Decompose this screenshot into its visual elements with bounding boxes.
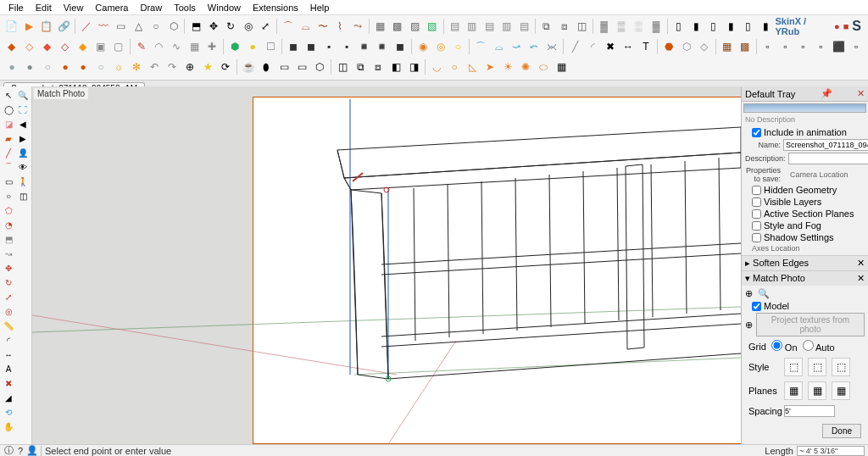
last-icon[interactable]: ▦ — [553, 58, 570, 75]
zigzag-icon[interactable]: ⩙ — [543, 38, 560, 55]
next-icon[interactable]: ▶ — [16, 131, 30, 145]
grid-auto-radio[interactable] — [803, 340, 814, 351]
menu-camera[interactable]: Camera — [90, 2, 133, 14]
stairs-5-icon[interactable]: ▤ — [516, 18, 533, 35]
3d-cube-3-icon[interactable]: ◇ — [696, 38, 713, 55]
hatch-2-icon[interactable]: ▒ — [613, 18, 630, 35]
scene-name-input[interactable] — [783, 139, 868, 151]
line-tool-icon[interactable]: ╱ — [2, 146, 15, 159]
record-icon[interactable]: ● — [834, 21, 840, 31]
bend-3-icon[interactable]: ⤻ — [508, 38, 525, 55]
look-icon[interactable]: 👁 — [16, 160, 30, 174]
menu-draw[interactable]: Draw — [135, 2, 167, 14]
ungroup-icon[interactable]: ▢ — [110, 38, 127, 55]
section-3-icon[interactable]: ◫ — [573, 18, 590, 35]
arrow-icon[interactable]: ➤ — [481, 58, 498, 75]
bend-2-icon[interactable]: ⌓ — [490, 38, 507, 55]
triangle-icon[interactable]: △ — [131, 18, 147, 35]
component-2-icon[interactable]: ▩ — [389, 18, 406, 35]
3d-cube-2-icon[interactable]: ⬡ — [678, 38, 695, 55]
model-checkbox[interactable] — [752, 302, 761, 311]
arc-tool-icon[interactable]: ⌒ — [2, 160, 15, 174]
shape-icon[interactable]: ◡ — [428, 58, 445, 75]
freehand-icon[interactable]: 〰 — [96, 18, 113, 35]
sec-plane-4-icon[interactable]: ◧ — [387, 58, 404, 75]
section-2-icon[interactable]: ⧈ — [556, 18, 573, 35]
rot-left-icon[interactable]: ↶ — [146, 58, 163, 75]
grid-icon[interactable]: ▦ — [186, 38, 203, 55]
box-icon[interactable]: ☐ — [262, 38, 279, 55]
curve-tool-3-icon[interactable]: 〜 — [314, 18, 331, 35]
sm-btn-icon[interactable]: ▫ — [760, 38, 776, 55]
sm-btn-6-icon[interactable]: ▫ — [848, 38, 865, 55]
bezier-icon[interactable]: ∿ — [168, 38, 185, 55]
sun-path-icon[interactable]: ☀ — [499, 58, 516, 75]
match-photo-header[interactable]: ▾ Match Photo✕ — [742, 271, 868, 286]
polygon-icon[interactable]: ⬡ — [165, 18, 182, 35]
teapot-icon[interactable]: ☕ — [240, 58, 257, 75]
cog-icon[interactable]: ☼ — [110, 58, 127, 75]
bend-4-icon[interactable]: ⤺ — [526, 38, 542, 55]
shape-2-icon[interactable]: ○ — [446, 58, 463, 75]
layer-2-icon[interactable]: ◇ — [21, 38, 38, 55]
offset-icon[interactable]: ◎ — [240, 18, 257, 35]
stairs-3-icon[interactable]: ▤ — [481, 18, 498, 35]
stairs-icon[interactable]: ▤ — [447, 18, 464, 35]
section-icon[interactable]: ⧉ — [538, 18, 555, 35]
zoom-ext-icon[interactable]: ⛶ — [16, 103, 30, 116]
axes-tool-icon[interactable]: ✖ — [2, 376, 15, 390]
measure-icon[interactable]: ╱ — [566, 38, 583, 55]
sphere-2-icon[interactable]: ● — [21, 58, 38, 75]
render-2-icon[interactable]: ◎ — [432, 38, 449, 55]
iso-icon[interactable]: ⬡ — [311, 58, 328, 75]
menu-help[interactable]: Help — [305, 2, 335, 14]
status-info-icon[interactable]: ⓘ — [3, 446, 14, 456]
spacing-input[interactable] — [784, 405, 835, 417]
dark-cube-4-icon[interactable]: ▪ — [338, 38, 355, 55]
panel-6-icon[interactable]: ▮ — [758, 18, 775, 35]
protractor-tool-icon[interactable]: ◜ — [2, 333, 15, 347]
angle-icon[interactable]: ◺ — [464, 58, 481, 75]
axes-icon[interactable]: ✖ — [602, 38, 619, 55]
hidden-geom-checkbox[interactable] — [752, 186, 761, 195]
dark-cube-7-icon[interactable]: ◼ — [392, 38, 409, 55]
text-tool-icon[interactable]: A — [2, 362, 15, 375]
dim-icon[interactable]: ↔ — [620, 38, 637, 55]
scale-tool-icon[interactable]: ⤢ — [2, 290, 15, 303]
coin-icon[interactable]: ● — [244, 38, 261, 55]
cross-icon[interactable]: ✚ — [203, 38, 220, 55]
status-help-icon[interactable]: ? — [15, 446, 25, 456]
tray-pin-icon[interactable]: 📌 — [821, 88, 832, 99]
walk-icon[interactable]: 🚶 — [16, 175, 30, 188]
menu-file[interactable]: File — [3, 2, 29, 14]
layer-3-icon[interactable]: ◆ — [39, 38, 56, 55]
crosshair-icon[interactable]: ⊕ — [745, 320, 753, 331]
circle-tool-icon[interactable]: ○ — [2, 189, 15, 203]
tape-icon[interactable]: 📏 — [2, 319, 15, 332]
pie-icon[interactable]: ◔ — [2, 218, 15, 231]
panel-3-icon[interactable]: ▯ — [705, 18, 722, 35]
sm-btn-4-icon[interactable]: ▫ — [812, 38, 829, 55]
circle-icon[interactable]: ○ — [147, 18, 164, 35]
include-anim-checkbox[interactable] — [752, 128, 761, 137]
rect-icon[interactable]: ▭ — [113, 18, 130, 35]
shadow-checkbox[interactable] — [752, 233, 761, 242]
rotate-tool-icon[interactable]: ↻ — [2, 275, 15, 289]
menu-edit[interactable]: Edit — [31, 2, 57, 14]
active-section-checkbox[interactable] — [752, 209, 761, 219]
grid-on-radio[interactable] — [771, 340, 782, 351]
menu-extensions[interactable]: Extensions — [248, 2, 303, 14]
panel-4-icon[interactable]: ▮ — [722, 18, 739, 35]
dark-cube-3-icon[interactable]: ▪ — [320, 38, 337, 55]
panel-5-icon[interactable]: ▯ — [740, 18, 757, 35]
render-icon[interactable]: ◉ — [415, 38, 431, 55]
style-3-button[interactable]: ⬚ — [832, 358, 850, 376]
section-tool-icon[interactable]: ◫ — [16, 189, 30, 203]
scale-icon[interactable]: ⤢ — [257, 18, 274, 35]
cog-2-icon[interactable]: ✻ — [128, 58, 145, 75]
measurement-value[interactable]: ~ 4' 5 3/16" — [797, 446, 865, 456]
panel-2-icon[interactable]: ▮ — [687, 18, 704, 35]
prev-icon[interactable]: ◀ — [16, 117, 30, 131]
curve-tool-5-icon[interactable]: ⤳ — [349, 18, 366, 35]
sm-btn-2-icon[interactable]: ▫ — [776, 38, 793, 55]
